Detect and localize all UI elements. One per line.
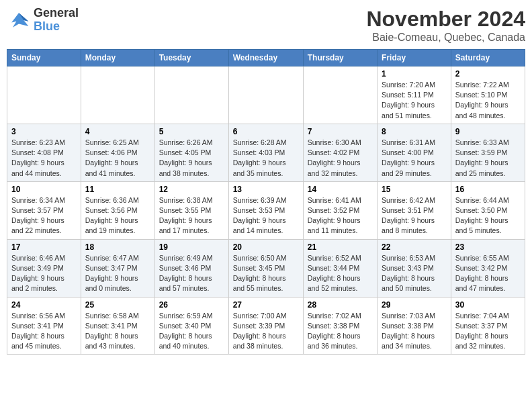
day-info: Sunrise: 6:36 AM Sunset: 3:56 PM Dayligh… <box>85 195 150 236</box>
calendar-cell: 26Sunrise: 6:59 AM Sunset: 3:40 PM Dayli… <box>154 297 228 355</box>
calendar-cell <box>303 66 377 124</box>
day-info: Sunrise: 7:04 AM Sunset: 3:37 PM Dayligh… <box>455 311 521 352</box>
title-block: November 2024 Baie-Comeau, Quebec, Canad… <box>366 7 525 44</box>
day-number: 4 <box>85 127 150 136</box>
day-number: 8 <box>382 127 447 136</box>
calendar-cell: 19Sunrise: 6:49 AM Sunset: 3:46 PM Dayli… <box>154 239 228 297</box>
calendar-cell: 23Sunrise: 6:55 AM Sunset: 3:42 PM Dayli… <box>451 239 525 297</box>
day-info: Sunrise: 7:20 AM Sunset: 5:11 PM Dayligh… <box>382 80 447 121</box>
day-number: 12 <box>159 185 224 194</box>
calendar-cell: 27Sunrise: 7:00 AM Sunset: 3:39 PM Dayli… <box>228 297 303 355</box>
header-saturday: Saturday <box>451 50 525 66</box>
calendar-cell: 25Sunrise: 6:58 AM Sunset: 3:41 PM Dayli… <box>81 297 154 355</box>
day-info: Sunrise: 6:53 AM Sunset: 3:43 PM Dayligh… <box>382 253 447 294</box>
header-thursday: Thursday <box>303 50 377 66</box>
calendar-cell: 2Sunrise: 7:22 AM Sunset: 5:10 PM Daylig… <box>451 66 525 124</box>
calendar-week-4: 17Sunrise: 6:46 AM Sunset: 3:49 PM Dayli… <box>7 239 525 297</box>
day-number: 3 <box>11 127 77 136</box>
day-info: Sunrise: 6:59 AM Sunset: 3:40 PM Dayligh… <box>159 311 224 352</box>
day-info: Sunrise: 6:38 AM Sunset: 3:55 PM Dayligh… <box>159 195 224 236</box>
header-sunday: Sunday <box>7 50 81 66</box>
calendar-cell: 28Sunrise: 7:02 AM Sunset: 3:38 PM Dayli… <box>303 297 377 355</box>
day-info: Sunrise: 6:47 AM Sunset: 3:47 PM Dayligh… <box>85 253 150 294</box>
calendar-week-2: 3Sunrise: 6:23 AM Sunset: 4:08 PM Daylig… <box>7 124 525 181</box>
day-number: 25 <box>85 300 150 310</box>
day-info: Sunrise: 7:22 AM Sunset: 5:10 PM Dayligh… <box>455 80 521 121</box>
calendar-cell: 3Sunrise: 6:23 AM Sunset: 4:08 PM Daylig… <box>7 124 81 181</box>
day-info: Sunrise: 6:41 AM Sunset: 3:52 PM Dayligh… <box>308 195 373 236</box>
day-number: 10 <box>11 185 77 194</box>
calendar-body: 1Sunrise: 7:20 AM Sunset: 5:11 PM Daylig… <box>7 66 525 355</box>
logo-line2: Blue <box>34 20 79 34</box>
calendar-cell: 17Sunrise: 6:46 AM Sunset: 3:49 PM Dayli… <box>7 239 81 297</box>
header-tuesday: Tuesday <box>154 50 228 66</box>
calendar-cell: 20Sunrise: 6:50 AM Sunset: 3:45 PM Dayli… <box>228 239 303 297</box>
day-info: Sunrise: 6:42 AM Sunset: 3:51 PM Dayligh… <box>382 195 447 236</box>
day-info: Sunrise: 6:49 AM Sunset: 3:46 PM Dayligh… <box>159 253 224 294</box>
day-info: Sunrise: 6:30 AM Sunset: 4:02 PM Dayligh… <box>308 138 373 179</box>
day-number: 1 <box>382 69 447 79</box>
header-monday: Monday <box>81 50 154 66</box>
day-number: 30 <box>455 300 521 310</box>
calendar-cell: 30Sunrise: 7:04 AM Sunset: 3:37 PM Dayli… <box>451 297 525 355</box>
header-wednesday: Wednesday <box>228 50 303 66</box>
page-header: General Blue November 2024 Baie-Comeau, … <box>7 7 525 44</box>
day-info: Sunrise: 6:58 AM Sunset: 3:41 PM Dayligh… <box>85 311 150 352</box>
day-info: Sunrise: 7:00 AM Sunset: 3:39 PM Dayligh… <box>233 311 299 352</box>
location-title: Baie-Comeau, Quebec, Canada <box>366 32 525 44</box>
day-info: Sunrise: 7:03 AM Sunset: 3:38 PM Dayligh… <box>382 311 447 352</box>
day-number: 17 <box>11 242 77 252</box>
calendar-cell <box>228 66 303 124</box>
day-number: 16 <box>455 185 521 194</box>
calendar-cell: 16Sunrise: 6:44 AM Sunset: 3:50 PM Dayli… <box>451 181 525 239</box>
day-number: 18 <box>85 242 150 252</box>
day-number: 28 <box>308 300 373 310</box>
day-number: 14 <box>308 185 373 194</box>
day-info: Sunrise: 6:50 AM Sunset: 3:45 PM Dayligh… <box>233 253 299 294</box>
day-number: 19 <box>159 242 224 252</box>
calendar-cell <box>7 66 81 124</box>
calendar-cell: 21Sunrise: 6:52 AM Sunset: 3:44 PM Dayli… <box>303 239 377 297</box>
calendar-cell: 6Sunrise: 6:28 AM Sunset: 4:03 PM Daylig… <box>228 124 303 181</box>
calendar-cell: 7Sunrise: 6:30 AM Sunset: 4:02 PM Daylig… <box>303 124 377 181</box>
calendar-table: Sunday Monday Tuesday Wednesday Thursday… <box>7 49 525 355</box>
calendar-cell <box>154 66 228 124</box>
day-info: Sunrise: 6:55 AM Sunset: 3:42 PM Dayligh… <box>455 253 521 294</box>
calendar-cell: 1Sunrise: 7:20 AM Sunset: 5:11 PM Daylig… <box>378 66 451 124</box>
calendar-cell: 14Sunrise: 6:41 AM Sunset: 3:52 PM Dayli… <box>303 181 377 239</box>
day-number: 6 <box>233 127 299 136</box>
calendar-cell: 11Sunrise: 6:36 AM Sunset: 3:56 PM Dayli… <box>81 181 154 239</box>
day-info: Sunrise: 6:26 AM Sunset: 4:05 PM Dayligh… <box>159 138 224 179</box>
calendar-cell: 22Sunrise: 6:53 AM Sunset: 3:43 PM Dayli… <box>378 239 451 297</box>
day-info: Sunrise: 6:56 AM Sunset: 3:41 PM Dayligh… <box>11 311 77 352</box>
day-number: 20 <box>233 242 299 252</box>
day-number: 23 <box>455 242 521 252</box>
day-info: Sunrise: 6:46 AM Sunset: 3:49 PM Dayligh… <box>11 253 77 294</box>
logo: General Blue <box>7 7 79 34</box>
day-number: 5 <box>159 127 224 136</box>
calendar-week-1: 1Sunrise: 7:20 AM Sunset: 5:11 PM Daylig… <box>7 66 525 124</box>
logo-line1: General <box>34 7 79 20</box>
calendar-cell: 8Sunrise: 6:31 AM Sunset: 4:00 PM Daylig… <box>378 124 451 181</box>
header-row: Sunday Monday Tuesday Wednesday Thursday… <box>7 50 525 66</box>
day-info: Sunrise: 6:39 AM Sunset: 3:53 PM Dayligh… <box>233 195 299 236</box>
header-friday: Friday <box>378 50 451 66</box>
calendar-week-3: 10Sunrise: 6:34 AM Sunset: 3:57 PM Dayli… <box>7 181 525 239</box>
calendar-cell: 12Sunrise: 6:38 AM Sunset: 3:55 PM Dayli… <box>154 181 228 239</box>
calendar-cell: 29Sunrise: 7:03 AM Sunset: 3:38 PM Dayli… <box>378 297 451 355</box>
calendar-cell: 18Sunrise: 6:47 AM Sunset: 3:47 PM Dayli… <box>81 239 154 297</box>
day-number: 27 <box>233 300 299 310</box>
day-info: Sunrise: 6:31 AM Sunset: 4:00 PM Dayligh… <box>382 138 447 179</box>
month-title: November 2024 <box>366 7 525 32</box>
calendar-cell: 9Sunrise: 6:33 AM Sunset: 3:59 PM Daylig… <box>451 124 525 181</box>
day-number: 24 <box>11 300 77 310</box>
calendar-cell: 10Sunrise: 6:34 AM Sunset: 3:57 PM Dayli… <box>7 181 81 239</box>
calendar-cell: 24Sunrise: 6:56 AM Sunset: 3:41 PM Dayli… <box>7 297 81 355</box>
day-number: 29 <box>382 300 447 310</box>
day-number: 13 <box>233 185 299 194</box>
day-number: 21 <box>308 242 373 252</box>
logo-icon <box>7 8 31 32</box>
calendar-cell: 13Sunrise: 6:39 AM Sunset: 3:53 PM Dayli… <box>228 181 303 239</box>
day-info: Sunrise: 6:28 AM Sunset: 4:03 PM Dayligh… <box>233 138 299 179</box>
day-info: Sunrise: 6:25 AM Sunset: 4:06 PM Dayligh… <box>85 138 150 179</box>
